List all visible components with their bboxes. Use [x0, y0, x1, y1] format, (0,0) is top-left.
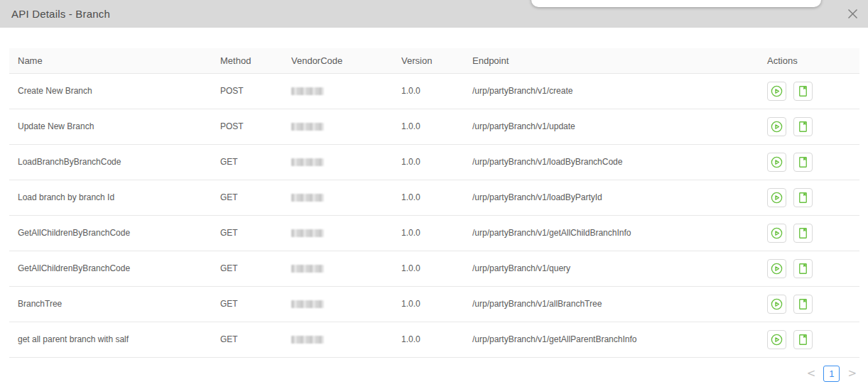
table-row: Update New Branch POST 1.0.0 /urp/partyB…: [9, 109, 859, 144]
api-method-cell: GET: [212, 251, 283, 286]
vendor-code-cell: [283, 144, 393, 180]
api-version-cell: 1.0.0: [393, 73, 464, 109]
api-doc-button[interactable]: [793, 259, 813, 278]
api-doc-button[interactable]: [793, 224, 813, 243]
vendor-code-redacted-blur: [291, 123, 324, 131]
api-method-cell: GET: [212, 322, 283, 357]
api-doc-icon: [796, 84, 810, 98]
pagination-page-1[interactable]: 1: [823, 366, 840, 382]
api-table: Name Method VendorCode Version Endpoint …: [9, 48, 859, 358]
column-header-version: Version: [393, 48, 464, 73]
api-name-cell: Update New Branch: [9, 109, 212, 144]
run-api-button[interactable]: [767, 153, 786, 172]
api-endpoint-cell: /urp/partyBranch/v1/getAllParentBranchIn…: [464, 322, 759, 357]
table-row: Create New Branch POST 1.0.0 /urp/partyB…: [9, 73, 859, 109]
table-row: Load branch by branch Id GET 1.0.0 /urp/…: [9, 180, 859, 215]
api-doc-icon: [796, 262, 810, 275]
vendor-code-cell: [283, 286, 393, 322]
vendor-code-cell: [283, 215, 393, 251]
vendor-code-redacted-blur: [291, 336, 324, 344]
vendor-code-redacted-blur: [291, 158, 324, 166]
api-endpoint-cell: /urp/partyBranch/v1/update: [464, 109, 759, 144]
column-header-method: Method: [212, 48, 283, 73]
api-doc-icon: [796, 226, 810, 240]
actions-cell: [759, 73, 859, 109]
run-api-icon: [770, 297, 783, 311]
pagination: < 1 >: [0, 366, 858, 382]
api-doc-icon: [796, 120, 810, 133]
table-row: get all parent branch with salf GET 1.0.…: [9, 322, 859, 357]
api-endpoint-cell: /urp/partyBranch/v1/loadByPartyId: [464, 180, 759, 215]
run-api-button[interactable]: [767, 117, 786, 136]
actions-cell: [759, 251, 859, 286]
table-row: BranchTree GET 1.0.0 /urp/partyBranch/v1…: [9, 286, 859, 322]
vendor-code-redacted-blur: [291, 87, 324, 95]
api-method-cell: GET: [212, 215, 283, 251]
api-doc-button[interactable]: [793, 330, 813, 349]
vendor-code-cell: [283, 322, 393, 357]
run-api-button[interactable]: [767, 188, 786, 207]
api-name-cell: BranchTree: [9, 286, 212, 322]
modal-title: API Details - Branch: [11, 8, 110, 20]
vendor-code-cell: [283, 73, 393, 109]
api-doc-button[interactable]: [793, 295, 813, 314]
api-endpoint-cell: /urp/partyBranch/v1/create: [464, 73, 759, 109]
api-doc-button[interactable]: [793, 153, 813, 172]
actions-cell: [759, 109, 859, 144]
api-version-cell: 1.0.0: [393, 322, 464, 357]
api-doc-button[interactable]: [793, 188, 813, 207]
column-header-vendorcode: VendorCode: [283, 48, 393, 73]
table-header-row: Name Method VendorCode Version Endpoint …: [9, 48, 859, 73]
run-api-button[interactable]: [767, 259, 786, 278]
api-name-cell: GetAllChildrenByBranchCode: [9, 215, 212, 251]
api-version-cell: 1.0.0: [393, 180, 464, 215]
api-method-cell: GET: [212, 180, 283, 215]
run-api-button[interactable]: [767, 224, 786, 243]
actions-cell: [759, 144, 859, 180]
search-pill[interactable]: [531, 0, 821, 7]
run-api-icon: [770, 155, 783, 169]
run-api-button[interactable]: [767, 295, 786, 314]
api-method-cell: GET: [212, 286, 283, 322]
column-header-name: Name: [9, 48, 212, 73]
api-endpoint-cell: /urp/partyBranch/v1/loadByBranchCode: [464, 144, 759, 180]
table-row: GetAllChildrenByBranchCode GET 1.0.0 /ur…: [9, 215, 859, 251]
run-api-icon: [770, 226, 783, 240]
table-row: GetAllChildrenByBranchCode GET 1.0.0 /ur…: [9, 251, 859, 286]
modal-header: API Details - Branch: [0, 0, 868, 28]
run-api-icon: [770, 120, 783, 133]
api-doc-button[interactable]: [793, 82, 813, 101]
api-table-body: Create New Branch POST 1.0.0 /urp/partyB…: [9, 73, 859, 357]
run-api-button[interactable]: [767, 330, 786, 349]
column-header-endpoint: Endpoint: [464, 48, 759, 73]
vendor-code-redacted-blur: [291, 265, 324, 273]
api-name-cell: Load branch by branch Id: [9, 180, 212, 215]
column-header-actions: Actions: [759, 48, 859, 73]
run-api-icon: [770, 262, 783, 275]
vendor-code-cell: [283, 251, 393, 286]
api-method-cell: POST: [212, 109, 283, 144]
vendor-code-cell: [283, 109, 393, 144]
run-api-icon: [770, 333, 783, 346]
pagination-prev-icon[interactable]: <: [805, 366, 818, 381]
pagination-next-icon[interactable]: >: [846, 366, 858, 381]
run-api-icon: [770, 84, 783, 98]
actions-cell: [759, 180, 859, 215]
api-name-cell: GetAllChildrenByBranchCode: [9, 251, 212, 286]
vendor-code-redacted-blur: [291, 300, 324, 308]
actions-cell: [759, 322, 859, 357]
api-endpoint-cell: /urp/partyBranch/v1/query: [464, 251, 759, 286]
api-doc-icon: [796, 155, 810, 169]
actions-cell: [759, 215, 859, 251]
vendor-code-cell: [283, 180, 393, 215]
api-doc-icon: [796, 297, 810, 311]
close-button[interactable]: [845, 6, 859, 21]
api-doc-button[interactable]: [793, 117, 813, 136]
api-version-cell: 1.0.0: [393, 286, 464, 322]
api-endpoint-cell: /urp/partyBranch/v1/allBranchTree: [464, 286, 759, 322]
run-api-button[interactable]: [767, 82, 786, 101]
api-name-cell: get all parent branch with salf: [9, 322, 212, 357]
vendor-code-redacted-blur: [291, 229, 324, 237]
api-version-cell: 1.0.0: [393, 215, 464, 251]
run-api-icon: [770, 191, 783, 204]
